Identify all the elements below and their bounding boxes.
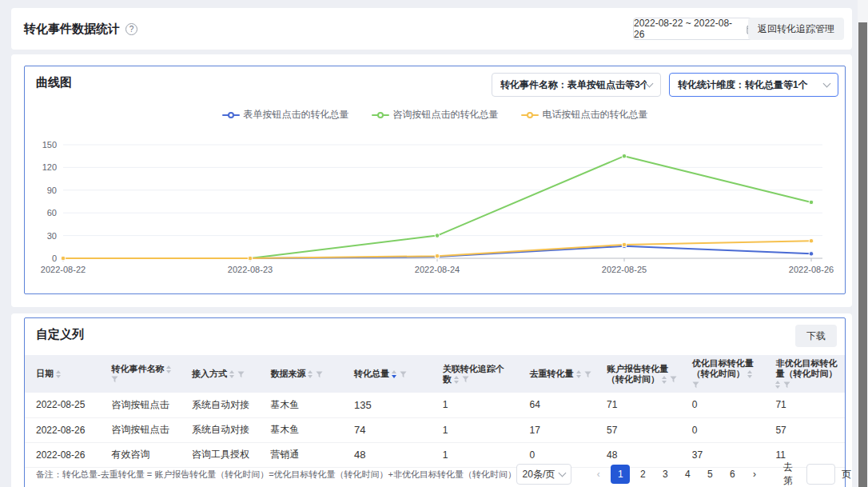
sort-icon[interactable] <box>576 370 581 378</box>
filter-icon[interactable] <box>584 371 591 378</box>
scrollbar-thumb[interactable] <box>858 22 867 487</box>
event-name-filter-label: 转化事件名称：表单按钮点击等3个 <box>500 78 647 92</box>
table-cell: 0 <box>681 417 765 442</box>
prev-page-button[interactable]: ‹ <box>591 465 606 484</box>
filter-icon[interactable] <box>111 376 118 383</box>
line-chart-card: 曲线图 转化事件名称：表单按钮点击等3个 转化统计维度：转化总量等1个 表单按钮… <box>24 66 846 294</box>
legend-label: 表单按钮点击的转化总量 <box>244 108 349 122</box>
filter-icon[interactable] <box>783 381 790 389</box>
sort-icon[interactable] <box>662 376 667 384</box>
column-header-label: 日期 <box>36 369 54 378</box>
svg-text:2022-08-23: 2022-08-23 <box>228 265 273 274</box>
table-cell: 系统自动对接 <box>181 417 259 442</box>
page-button-1[interactable]: 1 <box>611 465 630 484</box>
page-button-3[interactable]: 3 <box>655 465 675 484</box>
page-size-select[interactable]: 20条/页 <box>516 464 571 485</box>
column-header-4[interactable]: 转化总量 <box>343 355 432 393</box>
pagination: 20条/页 ‹ 123456 › 去第 页 确定 <box>516 461 868 487</box>
table-footer: 备注：转化总量-去重转化量 = 账户报告转化量（转化时间）=优化目标转化量（转化… <box>31 461 838 487</box>
page-number-list: 123456 <box>611 465 742 484</box>
next-page-button[interactable]: › <box>747 465 762 484</box>
legend-item-2[interactable]: 电话按钮点击的转化总量 <box>521 108 648 122</box>
page-scrollbar[interactable] <box>858 0 868 487</box>
svg-text:2022-08-25: 2022-08-25 <box>602 265 647 274</box>
custom-columns-card: 自定义列 下载 日期转化事件名称接入方式数据来源转化总量关联转化追踪个数去重转化… <box>24 317 846 487</box>
sort-icon[interactable] <box>454 376 459 384</box>
goto-page-label: 去第 <box>783 461 800 487</box>
table-cell: 17 <box>519 417 595 442</box>
column-header-8[interactable]: 优化目标转化量（转化时间） <box>681 355 765 393</box>
filter-icon[interactable] <box>237 371 245 378</box>
svg-text:120: 120 <box>42 162 57 172</box>
table-cell: 0 <box>681 393 765 417</box>
column-header-label: 账户报告转化量（转化时间） <box>607 364 668 384</box>
column-header-0[interactable]: 日期 <box>25 355 100 393</box>
legend-item-0[interactable]: 表单按钮点击的转化总量 <box>222 108 349 122</box>
legend-item-1[interactable]: 咨询按钮点击的转化总量 <box>372 108 499 122</box>
column-header-label: 转化总量 <box>354 369 389 378</box>
legend-label: 咨询按钮点击的转化总量 <box>393 108 499 122</box>
table-cell: 系统自动对接 <box>181 393 259 417</box>
sort-icon[interactable] <box>392 370 396 378</box>
sort-icon[interactable] <box>747 370 752 378</box>
legend-marker-icon <box>372 112 389 118</box>
svg-text:150: 150 <box>42 140 57 150</box>
filter-icon[interactable] <box>670 376 677 383</box>
download-button[interactable]: 下载 <box>795 325 837 347</box>
page-title-text: 转化事件数据统计 <box>24 22 120 37</box>
column-header-1[interactable]: 转化事件名称 <box>100 355 181 393</box>
table-cell: 71 <box>764 393 845 417</box>
line-chart[interactable]: 03060901201502022-08-222022-08-232022-08… <box>33 134 838 287</box>
column-header-9[interactable]: 非优化目标转化量（转化时间） <box>764 355 845 393</box>
legend-label: 电话按钮点击的转化总量 <box>543 108 648 122</box>
help-icon[interactable]: ? <box>125 23 137 35</box>
table-cell: 74 <box>343 417 432 442</box>
stat-dimension-filter-dropdown[interactable]: 转化统计维度：转化总量等1个 <box>669 73 838 97</box>
table-cell: 基木鱼 <box>259 393 343 417</box>
page-title: 转化事件数据统计 ? <box>24 8 137 50</box>
page-unit-label: 页 <box>842 468 851 481</box>
column-header-label: 接入方式 <box>192 369 227 378</box>
sort-icon[interactable] <box>166 365 171 373</box>
table-cell: 2022-08-25 <box>25 393 100 417</box>
column-header-label: 数据来源 <box>270 369 305 378</box>
column-header-6[interactable]: 去重转化量 <box>519 355 595 393</box>
filter-icon[interactable] <box>400 371 407 378</box>
page-button-5[interactable]: 5 <box>700 465 719 484</box>
date-range-picker[interactable]: 2022-08-22 ~ 2022-08-26 <box>633 18 758 40</box>
sort-icon[interactable] <box>308 370 313 378</box>
chevron-down-icon <box>646 79 654 87</box>
page-button-6[interactable]: 6 <box>723 465 742 484</box>
table-cell: 135 <box>343 393 432 417</box>
date-range-value: 2022-08-22 ~ 2022-08-26 <box>634 18 741 40</box>
sort-icon[interactable] <box>56 370 61 378</box>
filter-icon[interactable] <box>462 376 469 383</box>
column-header-label: 优化目标转化量（转化时间） <box>692 358 754 378</box>
goto-page-input[interactable] <box>806 464 835 485</box>
column-header-2[interactable]: 接入方式 <box>181 355 259 393</box>
sort-icon[interactable] <box>229 370 234 378</box>
table-cell: 基木鱼 <box>259 417 343 442</box>
svg-text:60: 60 <box>47 208 57 218</box>
table-cell: 咨询按钮点击 <box>100 393 181 417</box>
data-table: 日期转化事件名称接入方式数据来源转化总量关联转化追踪个数去重转化量账户报告转化量… <box>25 355 845 468</box>
page-button-4[interactable]: 4 <box>678 465 697 484</box>
filter-icon[interactable] <box>692 381 699 389</box>
stat-dimension-filter-label: 转化统计维度：转化总量等1个 <box>678 78 824 92</box>
svg-text:2022-08-24: 2022-08-24 <box>415 265 460 274</box>
table-cell: 咨询按钮点击 <box>100 417 181 442</box>
page-button-2[interactable]: 2 <box>633 465 652 484</box>
chart-legend: 表单按钮点击的转化总量咨询按钮点击的转化总量电话按钮点击的转化总量 <box>25 108 845 122</box>
column-header-7[interactable]: 账户报告转化量（转化时间） <box>595 355 681 393</box>
table-cell: 2022-08-26 <box>25 417 100 442</box>
filter-icon[interactable] <box>316 371 323 378</box>
column-header-3[interactable]: 数据来源 <box>259 355 343 393</box>
sort-icon[interactable] <box>775 381 780 389</box>
event-name-filter-dropdown[interactable]: 转化事件名称：表单按钮点击等3个 <box>492 73 661 97</box>
table-panel: 自定义列 下载 日期转化事件名称接入方式数据来源转化总量关联转化追踪个数去重转化… <box>11 313 852 487</box>
column-header-label: 关联转化追踪个数 <box>443 364 504 384</box>
back-to-tracking-button[interactable]: 返回转化追踪管理 <box>748 18 844 40</box>
table-cell: 64 <box>519 393 595 417</box>
column-header-5[interactable]: 关联转化追踪个数 <box>432 355 519 393</box>
svg-text:2022-08-22: 2022-08-22 <box>41 265 86 274</box>
